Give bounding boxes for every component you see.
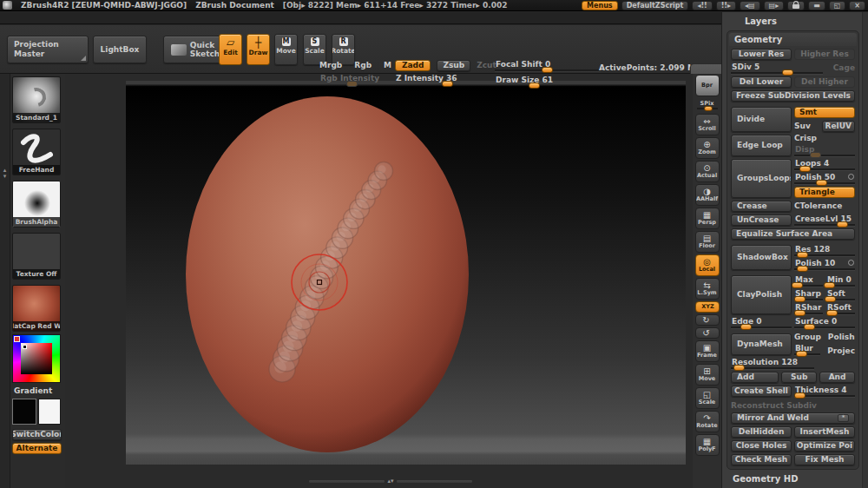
claypolish-max-slider[interactable]: Max xyxy=(794,275,823,287)
color-picker[interactable] xyxy=(12,334,61,383)
shadowbox-res-slider[interactable]: Res 128 xyxy=(794,245,855,256)
rotate-3d-button[interactable]: ↷ Rotate xyxy=(695,411,720,432)
secondary-color-swatch[interactable] xyxy=(38,399,61,425)
floor-button[interactable]: ▤ Floor xyxy=(695,231,720,253)
crease-button[interactable]: Crease xyxy=(731,201,792,212)
claypolish-sharp-slider[interactable]: Sharp xyxy=(794,289,823,300)
disp-slider[interactable]: Disp xyxy=(794,145,855,156)
surface-slider[interactable]: Surface 0 xyxy=(794,317,855,328)
dynamesh-sub-button[interactable]: Sub xyxy=(781,372,817,383)
default-zscript-button[interactable]: DefaultZScript xyxy=(621,1,689,10)
minimize-button[interactable]: ▬ xyxy=(808,1,825,10)
bpr-render-button[interactable]: Bpr xyxy=(695,75,720,96)
close-holes-button[interactable]: Close Holes xyxy=(731,440,792,452)
mrgb-button[interactable]: Mrgb xyxy=(319,62,342,69)
draw-mode-button[interactable]: ┼ Draw xyxy=(247,34,270,65)
divider-collapse-left-button[interactable]: ◂!! xyxy=(692,1,712,10)
claypolish-rshar-slider[interactable]: RShar xyxy=(794,303,823,314)
geometry-hd-palette-header[interactable]: Geometry HD xyxy=(722,470,868,486)
rgb-button[interactable]: Rgb xyxy=(354,62,372,69)
canvas[interactable]: ▴ ▾ xyxy=(65,74,693,488)
scroll-button[interactable]: ⇔ Scroll xyxy=(695,114,720,135)
dynamesh-resolution-slider[interactable]: Resolution 128 xyxy=(731,358,814,369)
ctolerance-slider[interactable]: CTolerance xyxy=(794,201,855,212)
current-stroke-thumbnail[interactable]: FreeHand xyxy=(12,129,61,175)
optimize-points-button[interactable]: Optimize Poi xyxy=(794,440,855,452)
spin-ccw-icon[interactable]: ↺ xyxy=(695,327,720,339)
restore-button[interactable]: ◱ xyxy=(829,1,846,10)
layers-palette-header[interactable]: Layers xyxy=(722,12,868,29)
mirror-weld-axis-button[interactable]: * xyxy=(838,414,849,422)
aahalf-button[interactable]: ◑ AAHalf xyxy=(695,184,720,206)
geometry-header[interactable]: Geometry xyxy=(729,33,857,46)
main-color-swatch[interactable] xyxy=(12,399,36,425)
close-button[interactable]: × xyxy=(849,1,865,10)
delhidden-button[interactable]: DelHidden xyxy=(731,426,792,438)
spix-slider[interactable]: SPix xyxy=(695,98,720,112)
switch-color-button[interactable]: SwitchColor xyxy=(12,429,62,440)
local-button[interactable]: ◎ Local xyxy=(695,254,720,276)
dynamesh-group-toggle[interactable]: Group xyxy=(794,333,821,341)
lock-button[interactable] xyxy=(787,1,805,10)
reluv-button[interactable]: RelUV xyxy=(822,121,856,132)
current-brush-thumbnail[interactable]: Standard_1 xyxy=(12,76,61,123)
dynamesh-and-button[interactable]: And xyxy=(819,372,855,383)
dynamesh-project-toggle[interactable]: Projec xyxy=(827,347,855,355)
gradient-label[interactable]: Gradient xyxy=(14,386,52,395)
dynamesh-add-button[interactable]: Add xyxy=(731,372,779,383)
freeze-subdivision-button[interactable]: Freeze SubDivision Levels xyxy=(731,90,855,102)
zsub-button[interactable]: Zsub xyxy=(437,60,470,71)
crisp-toggle[interactable]: Crisp xyxy=(794,135,855,142)
left-tray-divider[interactable]: ▴ ▾ xyxy=(0,74,10,488)
edit-mode-button[interactable]: ▱ Edit xyxy=(219,34,242,65)
mirror-and-weld-button[interactable]: Mirror And Weld * xyxy=(731,412,855,424)
projection-master-button[interactable]: Projection Master xyxy=(7,36,89,63)
claypolish-min-slider[interactable]: Min 0 xyxy=(826,275,855,287)
actual-button[interactable]: ⊙ Actual xyxy=(695,161,720,182)
frame-button[interactable]: ▣ Frame xyxy=(695,340,720,362)
insertmesh-button[interactable]: InsertMesh xyxy=(794,426,855,438)
xyz-symmetry-button[interactable]: XYZ xyxy=(695,301,720,313)
triangle-toggle[interactable]: Triangle xyxy=(794,187,855,198)
move-mode-button[interactable]: M Move xyxy=(274,34,298,65)
equalize-surface-area-button[interactable]: Equalize Surface Area xyxy=(731,228,855,240)
dynamesh-button[interactable]: DynaMesh xyxy=(731,333,792,355)
zcut-button[interactable]: Zcut xyxy=(477,62,496,69)
sdiv-slider[interactable]: SDiv 5 xyxy=(731,63,823,74)
reconstruct-subdiv-button[interactable]: Reconstruct Subdiv xyxy=(731,402,855,410)
polish50-slider[interactable]: Polish 50 xyxy=(794,173,855,184)
left-tray-toggle-button[interactable]: ◂▤ xyxy=(740,1,760,10)
uncrease-button[interactable]: UnCrease xyxy=(731,214,792,226)
suv-toggle[interactable]: Suv xyxy=(794,121,819,132)
quick-sketch-button[interactable]: Quick Sketch xyxy=(163,36,227,63)
alternate-button[interactable]: Alternate xyxy=(12,443,62,454)
menus-button[interactable]: Menus xyxy=(582,1,618,10)
shadowbox-button[interactable]: ShadowBox xyxy=(731,245,792,270)
persp-button[interactable]: ▦ Persp xyxy=(695,208,720,229)
divide-button[interactable]: Divide xyxy=(731,107,792,132)
fix-mesh-button[interactable]: Fix Mesh xyxy=(794,454,855,465)
shadowbox-polish-mode-toggle[interactable] xyxy=(848,260,854,266)
cage-button[interactable]: Cage xyxy=(825,63,855,74)
lsym-button[interactable]: ⇆ L.Sym xyxy=(695,278,720,300)
spin-cw-icon[interactable]: ↻ xyxy=(695,314,720,326)
right-tray-toggle-button[interactable]: ▤▸ xyxy=(764,1,785,10)
document-viewport[interactable] xyxy=(126,81,686,465)
zoom-button[interactable]: ⊕ Zoom xyxy=(695,137,720,159)
current-alpha-thumbnail[interactable]: BrushAlpha xyxy=(12,181,61,228)
m-button[interactable]: M xyxy=(384,62,391,69)
thickness-slider[interactable]: Thickness 4 xyxy=(794,386,855,397)
bottom-tray-divider[interactable]: ▴ ▾ xyxy=(308,478,473,485)
claypolish-rsoft-slider[interactable]: RSoft xyxy=(826,303,855,314)
groupsloops-button[interactable]: GroupsLoops xyxy=(731,159,792,198)
dynamesh-blur-slider[interactable]: Blur xyxy=(794,344,820,355)
edge-loop-button[interactable]: Edge Loop xyxy=(731,135,792,156)
current-material-thumbnail[interactable]: MatCap Red Wa xyxy=(12,285,61,332)
edge-slider[interactable]: Edge 0 xyxy=(731,317,792,328)
move-3d-button[interactable]: ⊞ Move xyxy=(695,364,720,386)
polyframe-button[interactable]: ▦ PolyF xyxy=(695,434,720,456)
creaselvl-slider[interactable]: CreaseLvl 15 xyxy=(794,214,855,226)
shadowbox-polish-slider[interactable]: Polish 10 xyxy=(794,259,855,270)
higher-res-button[interactable]: Higher Res xyxy=(794,49,855,60)
tray-collapse-arrows[interactable]: ▴ ▾ xyxy=(3,168,7,180)
